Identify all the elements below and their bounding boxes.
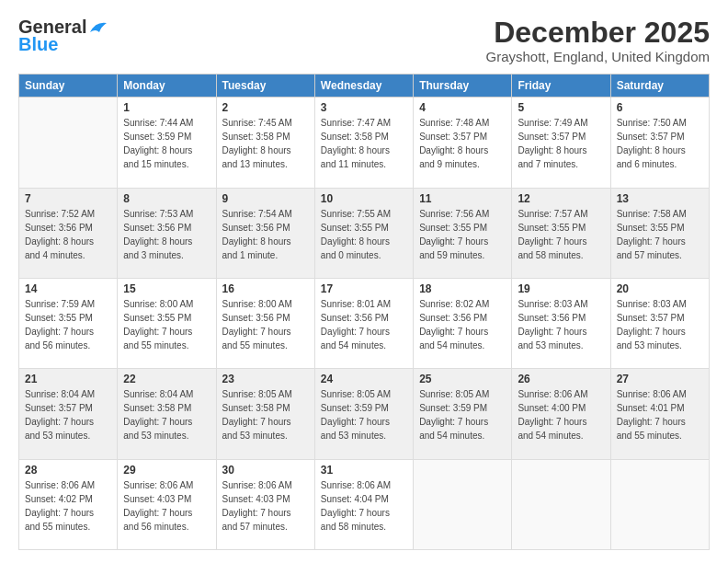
day-info: Sunrise: 8:00 AM Sunset: 3:56 PM Dayligh…	[222, 297, 309, 352]
table-row	[19, 98, 118, 188]
page: General Blue December 2025 Grayshott, En…	[0, 0, 728, 563]
table-row: 14Sunrise: 7:59 AM Sunset: 3:55 PM Dayli…	[19, 278, 118, 368]
day-info: Sunrise: 7:52 AM Sunset: 3:56 PM Dayligh…	[25, 207, 111, 262]
day-info: Sunrise: 8:06 AM Sunset: 4:04 PM Dayligh…	[321, 478, 407, 534]
day-number: 22	[123, 373, 210, 385]
day-info: Sunrise: 8:05 AM Sunset: 3:59 PM Dayligh…	[321, 387, 407, 442]
table-row: 15Sunrise: 8:00 AM Sunset: 3:55 PM Dayli…	[118, 278, 216, 368]
table-row: 30Sunrise: 8:06 AM Sunset: 4:03 PM Dayli…	[216, 459, 314, 549]
day-number: 5	[518, 101, 604, 114]
table-row: 21Sunrise: 8:04 AM Sunset: 3:57 PM Dayli…	[19, 369, 118, 459]
day-number: 23	[222, 373, 309, 385]
table-row: 26Sunrise: 8:06 AM Sunset: 4:00 PM Dayli…	[512, 369, 610, 459]
day-number: 24	[321, 373, 407, 385]
day-info: Sunrise: 8:06 AM Sunset: 4:00 PM Dayligh…	[518, 387, 604, 442]
month-title: December 2025	[486, 17, 710, 49]
day-number: 14	[25, 282, 111, 295]
day-number: 6	[617, 101, 703, 114]
day-number: 2	[222, 101, 309, 114]
logo: General Blue	[18, 17, 108, 55]
table-row: 27Sunrise: 8:06 AM Sunset: 4:01 PM Dayli…	[610, 369, 709, 459]
day-info: Sunrise: 7:54 AM Sunset: 3:56 PM Dayligh…	[222, 207, 309, 262]
day-number: 31	[321, 464, 407, 477]
table-row: 16Sunrise: 8:00 AM Sunset: 3:56 PM Dayli…	[216, 278, 314, 368]
day-number: 29	[123, 464, 210, 477]
table-row: 1Sunrise: 7:44 AM Sunset: 3:59 PM Daylig…	[118, 98, 216, 188]
day-number: 9	[222, 192, 309, 205]
day-info: Sunrise: 8:02 AM Sunset: 3:56 PM Dayligh…	[419, 297, 506, 352]
table-row: 10Sunrise: 7:55 AM Sunset: 3:55 PM Dayli…	[314, 188, 413, 278]
day-number: 10	[321, 192, 407, 205]
header-sunday: Sunday	[19, 75, 118, 98]
header-wednesday: Wednesday	[314, 75, 413, 98]
day-info: Sunrise: 7:58 AM Sunset: 3:55 PM Dayligh…	[617, 207, 703, 262]
day-number: 20	[617, 282, 703, 295]
day-info: Sunrise: 7:45 AM Sunset: 3:58 PM Dayligh…	[222, 116, 309, 171]
header-thursday: Thursday	[414, 75, 512, 98]
table-row: 20Sunrise: 8:03 AM Sunset: 3:57 PM Dayli…	[610, 278, 709, 368]
week-row-1: 1Sunrise: 7:44 AM Sunset: 3:59 PM Daylig…	[19, 98, 710, 188]
day-number: 8	[123, 192, 210, 205]
logo-bird-icon	[88, 19, 108, 36]
day-info: Sunrise: 8:01 AM Sunset: 3:56 PM Dayligh…	[321, 297, 407, 352]
day-info: Sunrise: 7:50 AM Sunset: 3:57 PM Dayligh…	[617, 116, 703, 171]
day-info: Sunrise: 8:06 AM Sunset: 4:01 PM Dayligh…	[617, 387, 703, 442]
table-row: 28Sunrise: 8:06 AM Sunset: 4:02 PM Dayli…	[19, 459, 118, 549]
day-info: Sunrise: 8:04 AM Sunset: 3:57 PM Dayligh…	[25, 387, 111, 442]
table-row: 18Sunrise: 8:02 AM Sunset: 3:56 PM Dayli…	[414, 278, 512, 368]
title-block: December 2025 Grayshott, England, United…	[486, 17, 710, 64]
logo-blue: Blue	[18, 34, 58, 55]
day-number: 21	[25, 373, 111, 385]
day-info: Sunrise: 8:03 AM Sunset: 3:57 PM Dayligh…	[617, 297, 703, 352]
week-row-5: 28Sunrise: 8:06 AM Sunset: 4:02 PM Dayli…	[19, 459, 710, 549]
table-row: 4Sunrise: 7:48 AM Sunset: 3:57 PM Daylig…	[414, 98, 512, 188]
day-info: Sunrise: 8:03 AM Sunset: 3:56 PM Dayligh…	[518, 297, 604, 352]
header: General Blue December 2025 Grayshott, En…	[18, 17, 710, 64]
day-number: 16	[222, 282, 309, 295]
day-number: 26	[518, 373, 604, 385]
day-info: Sunrise: 7:47 AM Sunset: 3:58 PM Dayligh…	[321, 116, 407, 171]
day-number: 19	[518, 282, 604, 295]
week-row-2: 7Sunrise: 7:52 AM Sunset: 3:56 PM Daylig…	[19, 188, 710, 278]
week-row-3: 14Sunrise: 7:59 AM Sunset: 3:55 PM Dayli…	[19, 278, 710, 368]
day-info: Sunrise: 7:53 AM Sunset: 3:56 PM Dayligh…	[123, 207, 210, 262]
table-row: 22Sunrise: 8:04 AM Sunset: 3:58 PM Dayli…	[118, 369, 216, 459]
day-info: Sunrise: 7:59 AM Sunset: 3:55 PM Dayligh…	[25, 297, 111, 352]
table-row: 31Sunrise: 8:06 AM Sunset: 4:04 PM Dayli…	[314, 459, 413, 549]
table-row: 17Sunrise: 8:01 AM Sunset: 3:56 PM Dayli…	[314, 278, 413, 368]
table-row: 9Sunrise: 7:54 AM Sunset: 3:56 PM Daylig…	[216, 188, 314, 278]
day-number: 7	[25, 192, 111, 205]
table-row: 6Sunrise: 7:50 AM Sunset: 3:57 PM Daylig…	[610, 98, 709, 188]
day-info: Sunrise: 7:55 AM Sunset: 3:55 PM Dayligh…	[321, 207, 407, 262]
table-row: 5Sunrise: 7:49 AM Sunset: 3:57 PM Daylig…	[512, 98, 610, 188]
table-row: 7Sunrise: 7:52 AM Sunset: 3:56 PM Daylig…	[19, 188, 118, 278]
day-info: Sunrise: 8:06 AM Sunset: 4:03 PM Dayligh…	[123, 478, 210, 534]
day-number: 17	[321, 282, 407, 295]
day-info: Sunrise: 8:06 AM Sunset: 4:03 PM Dayligh…	[222, 478, 309, 534]
day-number: 4	[419, 101, 506, 114]
day-number: 25	[419, 373, 506, 385]
location: Grayshott, England, United Kingdom	[486, 49, 710, 64]
day-number: 28	[25, 464, 111, 477]
day-number: 30	[222, 464, 309, 477]
header-monday: Monday	[118, 75, 216, 98]
calendar-header-row: Sunday Monday Tuesday Wednesday Thursday…	[19, 75, 710, 98]
table-row: 25Sunrise: 8:05 AM Sunset: 3:59 PM Dayli…	[414, 369, 512, 459]
day-number: 11	[419, 192, 506, 205]
day-number: 3	[321, 101, 407, 114]
day-number: 15	[123, 282, 210, 295]
table-row: 8Sunrise: 7:53 AM Sunset: 3:56 PM Daylig…	[118, 188, 216, 278]
day-info: Sunrise: 7:49 AM Sunset: 3:57 PM Dayligh…	[518, 116, 604, 171]
day-number: 27	[617, 373, 703, 385]
day-info: Sunrise: 7:48 AM Sunset: 3:57 PM Dayligh…	[419, 116, 506, 171]
table-row: 13Sunrise: 7:58 AM Sunset: 3:55 PM Dayli…	[610, 188, 709, 278]
table-row: 2Sunrise: 7:45 AM Sunset: 3:58 PM Daylig…	[216, 98, 314, 188]
day-info: Sunrise: 8:00 AM Sunset: 3:55 PM Dayligh…	[123, 297, 210, 352]
day-info: Sunrise: 8:06 AM Sunset: 4:02 PM Dayligh…	[25, 478, 111, 534]
table-row	[512, 459, 610, 549]
day-info: Sunrise: 8:05 AM Sunset: 3:59 PM Dayligh…	[419, 387, 506, 442]
day-number: 12	[518, 192, 604, 205]
table-row: 12Sunrise: 7:57 AM Sunset: 3:55 PM Dayli…	[512, 188, 610, 278]
header-friday: Friday	[512, 75, 610, 98]
table-row	[414, 459, 512, 549]
